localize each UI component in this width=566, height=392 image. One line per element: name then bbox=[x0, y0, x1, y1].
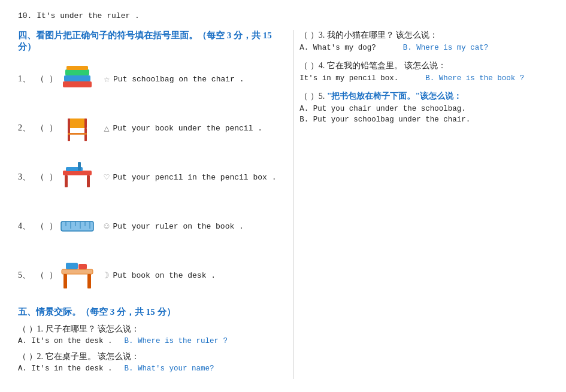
q3-img bbox=[57, 161, 96, 194]
section5-title: 五、情景交际。（每空 3 分，共 15 分） bbox=[18, 306, 281, 318]
svg-rect-11 bbox=[65, 175, 68, 187]
svg-rect-12 bbox=[87, 175, 90, 187]
q2-num: 2、 bbox=[18, 123, 36, 133]
q4-text: ☺ Put your ruler on the book . bbox=[104, 221, 243, 232]
right-q5-question: "把书包放在椅子下面。"该怎么说： bbox=[327, 92, 462, 101]
five-q2-question: 它在桌子里。 该怎么说： bbox=[46, 352, 140, 361]
svg-rect-9 bbox=[68, 133, 87, 135]
q1-bracket: （ ） bbox=[36, 74, 57, 84]
question-item-2: 2、 （ ） △ Put your book under the pencil … bbox=[18, 110, 281, 146]
five-q2-num: （ ）2. bbox=[18, 352, 43, 361]
svg-rect-26 bbox=[87, 274, 91, 288]
q1-sentence: Put schoolbag on the chair . bbox=[113, 75, 244, 84]
svg-rect-27 bbox=[66, 263, 78, 269]
shape-moon-5: ☽ bbox=[104, 270, 109, 281]
right-q5-optB: B. Put your schoolbag under the chair. bbox=[299, 116, 470, 124]
q2-sentence: Put your book under the pencil . bbox=[113, 124, 262, 133]
svg-rect-28 bbox=[78, 264, 87, 269]
right-q4-optB: B. Where is the book ? bbox=[425, 74, 524, 83]
right-q3-num: （ ）3. bbox=[299, 31, 325, 39]
q2-bracket: （ ） bbox=[36, 123, 57, 133]
chair-icon bbox=[63, 113, 92, 144]
svg-rect-3 bbox=[66, 66, 88, 70]
five-q1-optB: B. Where is the ruler ? bbox=[125, 337, 228, 345]
q2-text: △ Put your book under the pencil . bbox=[104, 123, 262, 134]
right-q4-num: （ ）4. bbox=[299, 61, 325, 70]
q4-sentence: Put your ruler on the book . bbox=[113, 222, 243, 231]
q5-sentence: Put book on the desk . bbox=[113, 271, 216, 280]
five-item-2: （ ）2. 它在桌子里。 该怎么说： A. It's in the desk .… bbox=[18, 351, 281, 373]
svg-rect-7 bbox=[68, 118, 70, 134]
desk-icon bbox=[60, 260, 95, 291]
five-q2-optB: B. What's your name? bbox=[125, 364, 214, 373]
q4-bracket: （ ） bbox=[36, 221, 57, 232]
right-q5-num: （ ）5. bbox=[299, 92, 325, 101]
question-item-4: 4、 （ ） ☺ Put your ruler on the book bbox=[18, 208, 281, 244]
q3-sentence: Put your pencil in the pencil box . bbox=[113, 173, 276, 182]
right-q4-optA: It's in my pencil box. bbox=[299, 74, 398, 83]
svg-rect-25 bbox=[63, 274, 67, 288]
five-q1-optA: A. It's on the desk . bbox=[18, 337, 113, 345]
pencilbox-chair-icon bbox=[60, 162, 95, 192]
q4-img bbox=[57, 210, 96, 243]
question-item-5: 5、 （ ） ☽ Put book on the d bbox=[18, 257, 281, 293]
q1-num: 1、 bbox=[18, 74, 36, 84]
right-q5-optA: A. Put you chair under the schoolbag. bbox=[299, 105, 466, 113]
five-q2-optA: A. It's in the desk . bbox=[18, 364, 113, 373]
right-item-3: （ ）3. 我的小猫在哪里？ 该怎么说： A. What's my dog? B… bbox=[299, 30, 548, 52]
shape-triangle-2: △ bbox=[104, 123, 109, 134]
right-item-4: （ ）4. 它在我的铅笔盒里。 该怎么说： It's in my pencil … bbox=[299, 60, 548, 83]
q2-img bbox=[57, 112, 96, 145]
svg-rect-10 bbox=[63, 171, 92, 175]
five-q1-num: （ ）1. bbox=[18, 324, 43, 333]
q5-text: ☽ Put book on the desk . bbox=[104, 270, 216, 281]
svg-rect-4 bbox=[68, 118, 87, 128]
svg-rect-2 bbox=[65, 69, 89, 75]
q3-num: 3、 bbox=[18, 172, 36, 183]
question-item-1: 1、 （ ） ☆ Put schoolbag on the chair . bbox=[18, 61, 281, 97]
right-q3-question: 我的小猫在哪里？ 该怎么说： bbox=[327, 31, 438, 39]
q5-num: 5、 bbox=[18, 270, 36, 281]
svg-rect-23 bbox=[62, 269, 93, 274]
q1-text: ☆ Put schoolbag on the chair . bbox=[104, 73, 244, 85]
section4-title: 四、看图片把正确句子的符号填在括号里面。（每空 3 分，共 15 分） bbox=[18, 30, 281, 53]
shape-smiley-4: ☺ bbox=[104, 221, 109, 232]
q3-text: ♡ Put your pencil in the pencil box . bbox=[104, 172, 276, 183]
q3-bracket: （ ） bbox=[36, 172, 57, 183]
q1-img bbox=[57, 63, 96, 96]
svg-rect-1 bbox=[64, 75, 90, 81]
five-item-1: （ ）1. 尺子在哪里？ 该怎么说： A. It's on the desk .… bbox=[18, 324, 281, 345]
q5-img bbox=[57, 259, 96, 292]
top-sentence: 10. It's under the ruler . bbox=[18, 11, 140, 20]
right-item-5: （ ）5. "把书包放在椅子下面。"该怎么说： A. Put you chair… bbox=[299, 91, 548, 124]
right-q4-question: 它在我的铅笔盒里。 该怎么说： bbox=[327, 61, 447, 70]
svg-rect-8 bbox=[84, 118, 87, 128]
ruler-icon bbox=[60, 217, 95, 236]
right-q3-optA: A. What's my dog? bbox=[299, 44, 376, 52]
q5-bracket: （ ） bbox=[36, 270, 57, 281]
svg-rect-14 bbox=[78, 162, 81, 171]
books-icon bbox=[60, 63, 95, 95]
q4-num: 4、 bbox=[18, 221, 36, 232]
five-q1-question: 尺子在哪里？ 该怎么说： bbox=[46, 324, 140, 333]
shape-star-1: ☆ bbox=[104, 73, 110, 85]
question-item-3: 3、 （ ） ♡ Put your pencil in bbox=[18, 159, 281, 195]
right-q3-optB: B. Where is my cat? bbox=[403, 44, 489, 52]
shape-heart-3: ♡ bbox=[104, 172, 109, 183]
svg-rect-0 bbox=[63, 81, 92, 87]
